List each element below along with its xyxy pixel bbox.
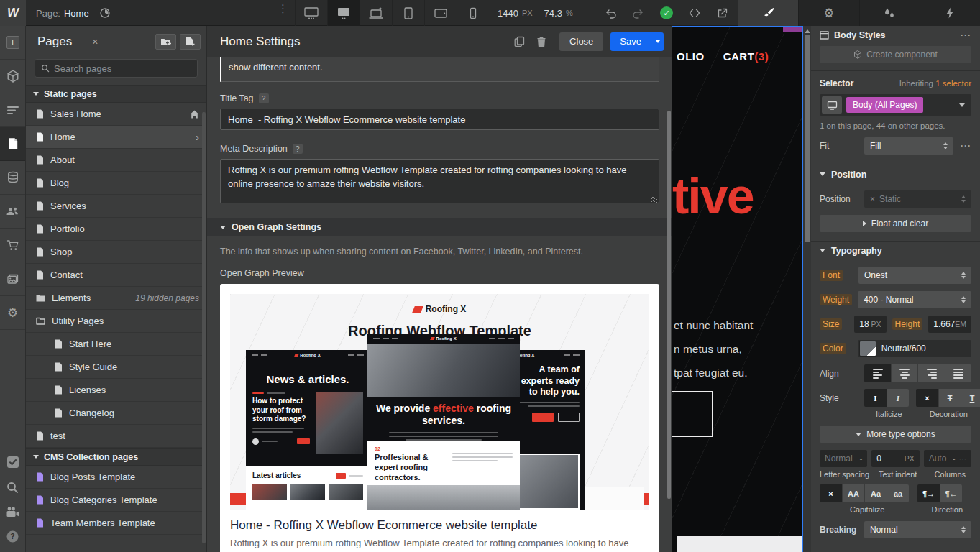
history-icon[interactable]: [99, 7, 111, 19]
help-icon[interactable]: ?: [6, 530, 19, 543]
resize-handle-icon[interactable]: [651, 197, 657, 203]
close-panel-icon[interactable]: ×: [92, 36, 98, 47]
panel-menu-icon[interactable]: ···: [961, 30, 971, 40]
align-left-button[interactable]: [864, 364, 891, 382]
open-graph-section-header[interactable]: Open Graph Settings: [207, 218, 672, 236]
help-badge-icon[interactable]: ?: [259, 93, 269, 104]
pages-row-blog[interactable]: Blog: [26, 172, 206, 195]
text-indent-input[interactable]: 0PX: [871, 450, 919, 467]
pages-row-test[interactable]: test: [26, 425, 206, 448]
breakpoint-desktop[interactable]: [327, 0, 360, 26]
undo-icon[interactable]: [604, 7, 617, 19]
navigator-button[interactable]: [0, 93, 25, 127]
redo-icon[interactable]: [632, 7, 645, 19]
components-button[interactable]: [0, 60, 25, 93]
letter-spacing-input[interactable]: Normal-: [820, 450, 867, 467]
breakpoint-desktop-large[interactable]: [295, 0, 327, 26]
float-and-clear-button[interactable]: Float and clear: [820, 215, 971, 232]
pages-row-portfolio[interactable]: Portfolio: [26, 218, 206, 241]
fit-menu-icon[interactable]: ···: [961, 141, 971, 151]
direction-rtl-button[interactable]: ¶←: [940, 484, 962, 502]
breaking-dropdown[interactable]: Normal: [864, 521, 971, 538]
canvas-scrollbar-thumb[interactable]: [805, 35, 810, 242]
align-justify-button[interactable]: [945, 364, 971, 382]
breakpoint-mobile-portrait[interactable]: [457, 0, 489, 26]
capitalize-button[interactable]: Aa: [864, 484, 887, 502]
typography-section-header[interactable]: Typography: [811, 241, 980, 259]
align-center-button[interactable]: [891, 364, 917, 382]
strikethrough-button[interactable]: T: [938, 389, 961, 407]
selector-tag[interactable]: Body (All Pages): [846, 97, 923, 113]
breakpoint-tablet[interactable]: [392, 0, 424, 26]
align-right-button[interactable]: [917, 364, 944, 382]
code-export-icon[interactable]: [688, 7, 701, 19]
color-swatch[interactable]: [859, 341, 876, 356]
help-badge-icon[interactable]: ?: [293, 144, 303, 154]
lowercase-button[interactable]: aa: [887, 484, 909, 502]
design-canvas[interactable]: OLIO CART(3) tive et nunc habitant n met…: [672, 26, 803, 552]
search-icon[interactable]: [6, 481, 19, 494]
close-button[interactable]: Close: [559, 32, 603, 51]
style-panel-toggle[interactable]: [738, 0, 798, 26]
pages-scrollbar[interactable]: [202, 112, 206, 543]
pages-row-services[interactable]: Services: [26, 195, 206, 218]
checklist-icon[interactable]: [6, 455, 20, 469]
pages-row-blog-posts-template[interactable]: Blog Posts Template: [26, 466, 206, 489]
position-section-header[interactable]: Position: [811, 165, 980, 183]
clear-value-icon[interactable]: ×: [870, 194, 875, 204]
pages-row-style-guide[interactable]: Style Guide: [26, 356, 206, 379]
new-page-button[interactable]: [180, 34, 201, 50]
decoration-none-button[interactable]: ×: [916, 389, 938, 407]
fit-dropdown[interactable]: Fill: [864, 137, 953, 155]
position-dropdown[interactable]: × Static: [864, 190, 971, 208]
weight-dropdown[interactable]: 400 - Normal: [858, 291, 971, 308]
optimize-panel-toggle[interactable]: [920, 0, 980, 26]
users-button[interactable]: [0, 195, 25, 229]
create-component-button[interactable]: Create component: [820, 46, 971, 63]
modal-scrollbar[interactable]: [667, 111, 671, 499]
direction-ltr-button[interactable]: ¶→: [917, 484, 940, 502]
cms-button[interactable]: [0, 161, 25, 195]
save-options-dropdown[interactable]: [651, 32, 664, 51]
inheriting-info[interactable]: Inheriting 1 selector: [899, 79, 971, 88]
pages-row-blog-categories-template[interactable]: Blog Categories Template: [26, 489, 206, 512]
meta-description-textarea[interactable]: Roffing X is our premium roffing Webflow…: [220, 159, 659, 203]
pages-row-team-members-template[interactable]: Team Members Template: [26, 512, 206, 535]
pages-row-utility-pages[interactable]: Utility Pages: [26, 310, 206, 333]
title-tag-input[interactable]: [220, 109, 659, 130]
italic-on-button[interactable]: I: [887, 389, 909, 407]
interactions-panel-toggle[interactable]: [859, 0, 920, 26]
save-button[interactable]: Save: [610, 32, 664, 51]
canvas-scrollbar[interactable]: [803, 26, 811, 552]
scroll-up-arrow-icon[interactable]: [805, 29, 810, 33]
video-tutorials-icon[interactable]: [6, 506, 20, 518]
uppercase-button[interactable]: AA: [842, 484, 864, 502]
chevron-down-icon[interactable]: [959, 104, 965, 107]
settings-panel-toggle[interactable]: ⚙: [798, 0, 858, 26]
breakpoint-indicator-button[interactable]: [822, 96, 842, 114]
trash-icon[interactable]: [536, 36, 546, 47]
pages-row-shop[interactable]: Shop: [26, 241, 206, 264]
pages-row-elements[interactable]: Elements 19 hidden pages: [26, 287, 206, 310]
capitalize-none-button[interactable]: ×: [820, 484, 842, 502]
static-pages-section-header[interactable]: Static pages: [26, 85, 206, 103]
page-breadcrumb-value[interactable]: Home: [64, 8, 89, 19]
pages-search[interactable]: [35, 59, 198, 78]
pages-row-start-here[interactable]: Start Here: [26, 333, 206, 356]
pages-row-licenses[interactable]: Licenses: [26, 379, 206, 402]
duplicate-icon[interactable]: [514, 36, 525, 47]
new-folder-button[interactable]: [155, 34, 176, 50]
columns-input[interactable]: Auto-···: [924, 450, 971, 467]
pages-row-home[interactable]: Home ›: [26, 126, 206, 149]
size-input[interactable]: 18PX: [854, 316, 886, 333]
assets-button[interactable]: [0, 262, 25, 296]
more-type-options-button[interactable]: More type options: [820, 426, 971, 443]
add-elements-button[interactable]: +: [0, 26, 25, 60]
canvas-width-value[interactable]: 1440: [498, 8, 518, 19]
italic-off-button[interactable]: I: [864, 389, 887, 407]
share-icon[interactable]: [716, 7, 728, 19]
line-height-input[interactable]: 1.667EM: [928, 316, 971, 333]
ecommerce-button[interactable]: [0, 229, 25, 262]
webflow-logo[interactable]: W: [0, 0, 26, 26]
pages-row-sales-home[interactable]: Sales Home: [26, 103, 206, 126]
